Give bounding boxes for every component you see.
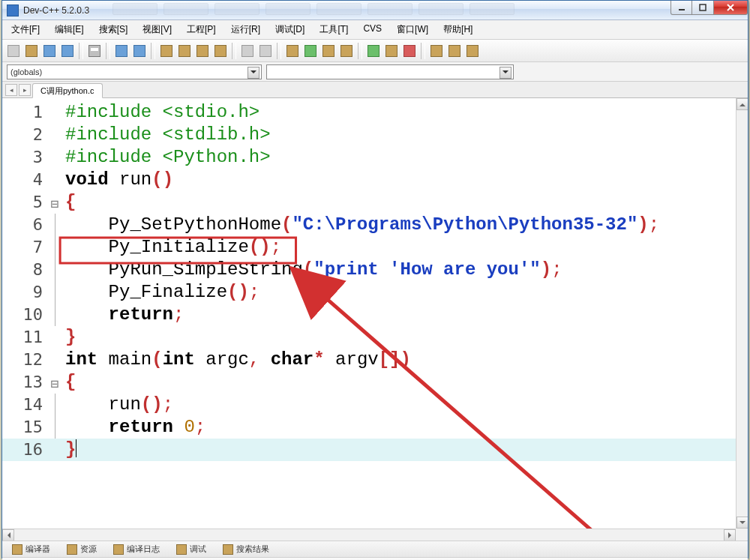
find-in-files-button[interactable] bbox=[176, 43, 193, 59]
fold-gutter[interactable] bbox=[49, 394, 61, 416]
code-line[interactable]: 10 return; bbox=[2, 304, 736, 326]
code-text[interactable]: run(); bbox=[61, 394, 173, 416]
forward-button[interactable] bbox=[257, 43, 274, 59]
menu-4[interactable]: 工程[P] bbox=[182, 22, 220, 37]
code-line[interactable]: 16} bbox=[2, 439, 736, 461]
horizontal-scrollbar[interactable] bbox=[2, 529, 736, 541]
code-text[interactable]: Py_SetPythonHome("C:\Programs\Python\Pyt… bbox=[61, 214, 659, 236]
panel-tab-2[interactable]: 编译日志 bbox=[108, 541, 165, 557]
code-line[interactable]: 11} bbox=[2, 326, 736, 349]
fold-gutter[interactable] bbox=[49, 236, 61, 259]
new-file-button[interactable] bbox=[5, 43, 22, 59]
code-text[interactable]: { bbox=[61, 191, 76, 214]
menu-9[interactable]: 窗口[W] bbox=[392, 22, 433, 37]
code-line[interactable]: 7 Py_Initialize(); bbox=[2, 236, 736, 259]
save-all-button[interactable] bbox=[59, 43, 76, 59]
code-text[interactable]: return; bbox=[61, 304, 184, 326]
code-line[interactable]: 8 PyRun_SimpleString("print 'How are you… bbox=[2, 259, 736, 281]
panel-tab-4[interactable]: 搜索结果 bbox=[218, 541, 274, 557]
fold-gutter[interactable]: ⊟ bbox=[49, 371, 61, 395]
code-text[interactable]: #include <Python.h> bbox=[61, 146, 271, 169]
redo-button[interactable] bbox=[131, 43, 148, 59]
find-button[interactable] bbox=[158, 43, 175, 59]
build-all-button[interactable] bbox=[338, 43, 355, 59]
code-text[interactable]: #include <stdio.h> bbox=[61, 101, 260, 124]
compile-button[interactable] bbox=[284, 43, 301, 59]
code-line[interactable]: 3#include <Python.h> bbox=[2, 146, 736, 169]
code-line[interactable]: 2#include <stdlib.h> bbox=[2, 124, 736, 146]
menu-3[interactable]: 视图[V] bbox=[138, 22, 176, 37]
scroll-up-button[interactable] bbox=[736, 98, 748, 110]
code-line[interactable]: 4void run() bbox=[2, 169, 736, 191]
next-bookmark-button[interactable] bbox=[446, 43, 463, 59]
code-text[interactable]: int main(int argc, char* argv[]) bbox=[61, 349, 411, 371]
panel-tab-1[interactable]: 资源 bbox=[62, 541, 102, 557]
print-button[interactable] bbox=[86, 43, 103, 59]
scroll-down-button[interactable] bbox=[736, 517, 748, 529]
menu-5[interactable]: 运行[R] bbox=[226, 22, 265, 37]
code-line[interactable]: 15 return 0; bbox=[2, 416, 736, 439]
goto-line-button[interactable] bbox=[212, 43, 229, 59]
maximize-button[interactable] bbox=[692, 1, 714, 15]
replace-button[interactable] bbox=[194, 43, 211, 59]
save-button[interactable] bbox=[41, 43, 58, 59]
fold-gutter[interactable] bbox=[49, 416, 61, 439]
scroll-left-button[interactable] bbox=[2, 529, 14, 541]
fold-gutter[interactable] bbox=[49, 259, 61, 281]
back-button[interactable] bbox=[239, 43, 256, 59]
tab-scroll-right[interactable]: ▸ bbox=[19, 84, 31, 96]
scroll-right-button[interactable] bbox=[724, 529, 736, 541]
code-text[interactable]: { bbox=[61, 371, 76, 394]
panel-tab-0[interactable]: 编译器 bbox=[7, 541, 56, 557]
code-line[interactable]: 9 Py_Finalize(); bbox=[2, 281, 736, 304]
compile-run-button[interactable] bbox=[320, 43, 337, 59]
code-text[interactable]: } bbox=[61, 326, 76, 349]
menu-10[interactable]: 帮助[H] bbox=[439, 22, 477, 37]
member-combo[interactable] bbox=[266, 64, 514, 79]
delete-x-button[interactable] bbox=[401, 43, 418, 59]
vertical-scrollbar[interactable] bbox=[736, 98, 748, 529]
undo-button[interactable] bbox=[113, 43, 130, 59]
menu-6[interactable]: 调试[D] bbox=[271, 22, 309, 37]
code-text[interactable]: void run() bbox=[61, 169, 173, 191]
chart-button[interactable] bbox=[383, 43, 400, 59]
chevron-down-icon[interactable] bbox=[248, 67, 260, 79]
fold-gutter[interactable] bbox=[49, 281, 61, 304]
menu-1[interactable]: 编辑[E] bbox=[50, 22, 88, 37]
titlebar[interactable]: Dev-C++ 5.2.0.3 bbox=[2, 1, 748, 20]
code-text[interactable]: } bbox=[61, 439, 76, 461]
fold-gutter[interactable] bbox=[49, 214, 61, 236]
chevron-down-icon[interactable] bbox=[500, 67, 512, 79]
code-text[interactable]: #include <stdlib.h> bbox=[61, 124, 271, 146]
fold-gutter[interactable]: ⊟ bbox=[49, 191, 61, 215]
menu-7[interactable]: 工具[T] bbox=[315, 22, 352, 37]
minimize-button[interactable] bbox=[670, 1, 692, 15]
tab-scroll-left[interactable]: ◂ bbox=[5, 84, 17, 96]
menu-bar: 文件[F]编辑[E]搜索[S]视图[V]工程[P]运行[R]调试[D]工具[T]… bbox=[2, 20, 748, 40]
run-button[interactable] bbox=[302, 43, 319, 59]
check-button[interactable] bbox=[365, 43, 382, 59]
code-text[interactable]: Py_Finalize(); bbox=[61, 281, 260, 304]
scope-combo[interactable]: (globals) bbox=[7, 64, 262, 79]
panel-tab-icon bbox=[12, 544, 22, 555]
code-line[interactable]: 14 run(); bbox=[2, 394, 736, 416]
code-line[interactable]: 1#include <stdio.h> bbox=[2, 101, 736, 124]
bookmarks-button[interactable] bbox=[464, 43, 481, 59]
code-line[interactable]: 12int main(int argc, char* argv[]) bbox=[2, 349, 736, 371]
fold-gutter[interactable] bbox=[49, 304, 61, 326]
open-button[interactable] bbox=[23, 43, 40, 59]
menu-2[interactable]: 搜索[S] bbox=[94, 22, 133, 37]
panel-tab-3[interactable]: 调试 bbox=[171, 541, 212, 557]
code-text[interactable]: return 0; bbox=[61, 416, 206, 439]
menu-0[interactable]: 文件[F] bbox=[7, 22, 44, 37]
menu-8[interactable]: CVS bbox=[358, 22, 386, 37]
file-tab[interactable]: C调用python.c bbox=[32, 83, 103, 98]
code-text[interactable]: Py_Initialize(); bbox=[61, 236, 281, 259]
code-text[interactable]: PyRun_SimpleString("print 'How are you'"… bbox=[61, 259, 562, 281]
code-line[interactable]: 13⊟{ bbox=[2, 371, 736, 394]
toggle-bookmark-button[interactable] bbox=[428, 43, 445, 59]
code-editor[interactable]: 1#include <stdio.h>2#include <stdlib.h>3… bbox=[2, 98, 748, 541]
code-line[interactable]: 6 Py_SetPythonHome("C:\Programs\Python\P… bbox=[2, 214, 736, 236]
code-line[interactable]: 5⊟{ bbox=[2, 191, 736, 214]
close-button[interactable] bbox=[714, 1, 748, 15]
